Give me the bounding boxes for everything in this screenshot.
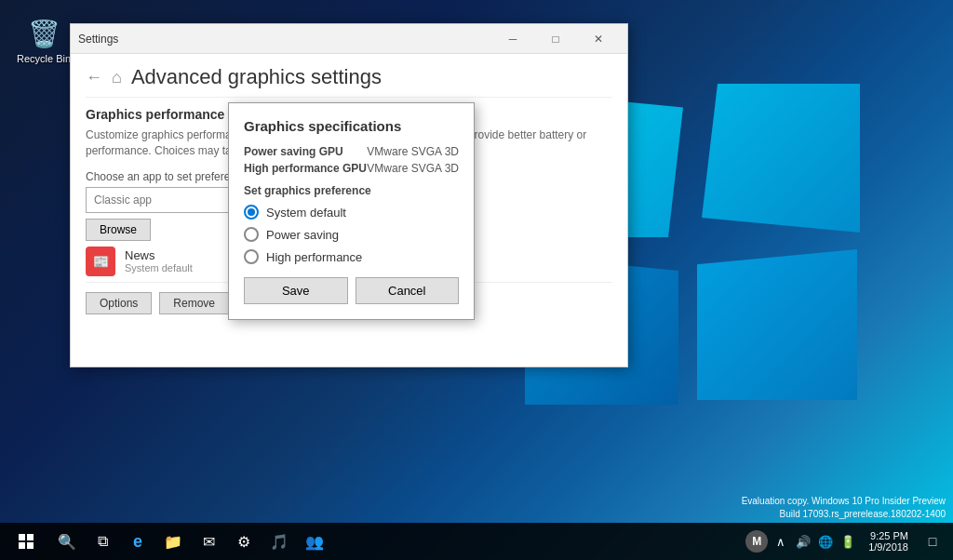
maximize-button[interactable]: □ (534, 24, 577, 54)
windows-start-icon (19, 534, 34, 549)
tray-speaker[interactable]: 🔊 (794, 532, 812, 551)
radio-circle-system-default (244, 205, 259, 220)
close-button[interactable]: ✕ (577, 24, 620, 54)
page-title: Advanced graphics settings (131, 65, 382, 89)
taskbar-right: M ∧ 🔊 🌐 🔋 9:25 PM 1/9/2018 □ (745, 528, 953, 554)
task-view-icon[interactable]: ⧉ (86, 525, 119, 558)
edge-icon[interactable]: e (121, 525, 154, 558)
taskbar-left: 🔍 ⧉ e 📁 ✉ ⚙ 🎵 👥 (0, 523, 331, 560)
radio-label-high-performance: High performance (266, 250, 362, 264)
power-saving-gpu-value: VMware SVGA 3D (367, 145, 459, 158)
recycle-bin-image: 🗑️ (28, 19, 60, 49)
mail-icon[interactable]: ✉ (192, 525, 225, 558)
back-button[interactable]: ← (86, 68, 102, 87)
taskbar-time[interactable]: 9:25 PM 1/9/2018 (861, 530, 916, 553)
options-button[interactable]: Options (86, 292, 152, 314)
taskbar: 🔍 ⧉ e 📁 ✉ ⚙ 🎵 👥 M ∧ 🔊 🌐 🔋 9:25 PM 1/9/20… (0, 523, 953, 560)
radio-power-saving[interactable]: Power saving (244, 227, 459, 242)
radio-label-system-default: System default (266, 206, 346, 220)
settings-header: ← ⌂ Advanced graphics settings (86, 54, 612, 98)
folder-icon[interactable]: 📁 (156, 525, 190, 558)
high-performance-gpu-label: High performance GPU (244, 162, 367, 175)
set-preference-label: Set graphics preference (244, 184, 459, 197)
radio-circle-high-performance (244, 249, 259, 264)
save-button[interactable]: Save (244, 277, 348, 304)
groove-icon[interactable]: 🎵 (262, 525, 296, 558)
eval-text: Evaluation copy. Windows 10 Pro Insider … (742, 495, 946, 521)
start-button[interactable] (4, 523, 48, 560)
dialog-buttons: Save Cancel (244, 277, 459, 304)
cancel-button[interactable]: Cancel (356, 277, 460, 304)
user-avatar[interactable]: M (745, 530, 768, 553)
power-saving-gpu-label: Power saving GPU (244, 145, 343, 158)
radio-group: System default Power saving High perform… (244, 205, 459, 264)
recycle-bin-label: Recycle Bin (17, 53, 71, 64)
tray-chevron[interactable]: ∧ (772, 532, 790, 551)
people-icon[interactable]: 👥 (298, 525, 331, 558)
graphics-dialog: Graphics specifications Power saving GPU… (228, 102, 475, 320)
settings-taskbar-icon[interactable]: ⚙ (227, 525, 261, 558)
radio-system-default[interactable]: System default (244, 205, 459, 220)
svg-rect-0 (19, 534, 25, 540)
svg-rect-1 (27, 534, 34, 540)
minimize-button[interactable]: ─ (491, 24, 534, 54)
radio-circle-power-saving (244, 227, 259, 242)
date-display: 1/9/2018 (868, 541, 908, 553)
remove-button[interactable]: Remove (159, 292, 229, 314)
svg-rect-3 (27, 542, 34, 549)
home-icon[interactable]: ⌂ (112, 68, 122, 87)
eval-line2: Build 17093.rs_prerelease.180202-1400 (742, 508, 946, 521)
dialog-title: Graphics specifications (244, 118, 459, 134)
window-titlebar: Settings ─ □ ✕ (71, 24, 627, 54)
radio-high-performance[interactable]: High performance (244, 249, 459, 264)
tray-battery[interactable]: 🔋 (839, 532, 857, 551)
high-performance-gpu-value: VMware SVGA 3D (367, 162, 459, 175)
desktop: 🗑️ Recycle Bin Evaluation copy. Windows … (0, 0, 953, 560)
window-title: Settings (78, 33, 118, 46)
high-performance-row: High performance GPU VMware SVGA 3D (244, 162, 459, 175)
tray-network[interactable]: 🌐 (816, 532, 835, 551)
search-icon[interactable]: 🔍 (50, 525, 84, 558)
eval-line1: Evaluation copy. Windows 10 Pro Insider … (742, 495, 946, 508)
radio-dot-system-default (248, 208, 255, 216)
power-saving-row: Power saving GPU VMware SVGA 3D (244, 145, 459, 158)
action-center-icon[interactable]: □ (919, 528, 946, 554)
radio-label-power-saving: Power saving (266, 228, 339, 242)
window-controls: ─ □ ✕ (491, 24, 620, 54)
svg-rect-2 (19, 542, 25, 549)
browse-button[interactable]: Browse (86, 219, 151, 241)
app-icon-news: 📰 (86, 247, 115, 276)
time-display: 9:25 PM (868, 530, 908, 541)
recycle-bin-icon[interactable]: 🗑️ Recycle Bin (17, 19, 71, 64)
